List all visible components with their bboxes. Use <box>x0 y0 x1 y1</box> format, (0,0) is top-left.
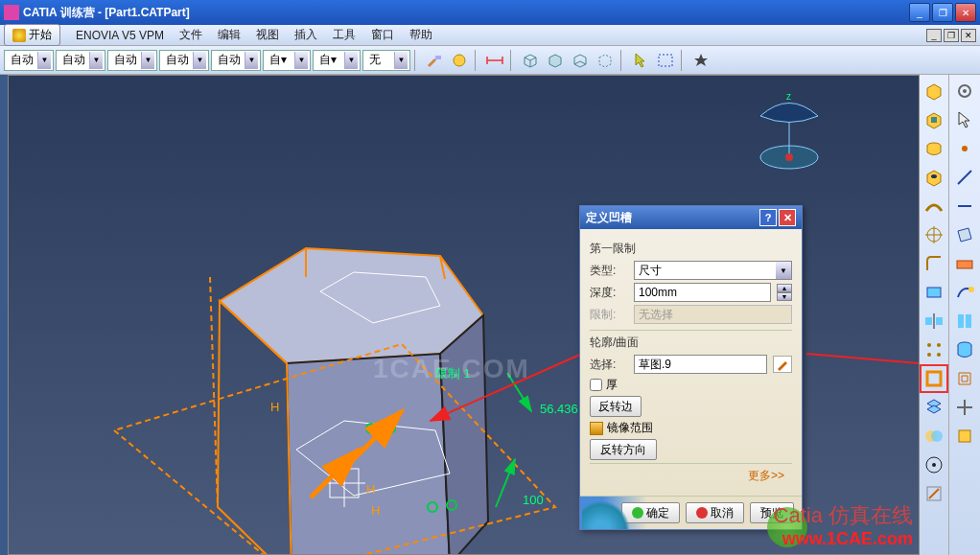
plane-icon[interactable] <box>952 222 977 247</box>
combo-6[interactable]: 自▾▼ <box>263 50 311 71</box>
brush-icon[interactable] <box>423 49 446 72</box>
doc-minimize[interactable]: _ <box>926 29 942 42</box>
rib-icon[interactable] <box>922 194 946 219</box>
minimize-button[interactable]: _ <box>909 3 930 22</box>
select-rect-icon[interactable] <box>654 49 677 72</box>
maximize-button[interactable]: ❐ <box>932 3 953 22</box>
point-icon[interactable] <box>952 136 977 161</box>
svg-line-43 <box>958 171 971 184</box>
svg-line-19 <box>431 354 582 421</box>
dimension-icon[interactable] <box>483 49 506 72</box>
line2-icon[interactable] <box>952 194 977 219</box>
dialog-help-button[interactable]: ? <box>759 209 777 226</box>
svg-point-33 <box>937 353 941 357</box>
pad-icon[interactable] <box>922 79 946 104</box>
stiffener-icon[interactable] <box>922 395 946 420</box>
shaft-icon[interactable] <box>922 136 946 161</box>
doc-close[interactable]: ✕ <box>961 29 976 42</box>
type-label: 类型: <box>590 263 628 279</box>
menu-tools[interactable]: 工具 <box>325 25 363 45</box>
center-icon[interactable] <box>922 452 946 477</box>
dialog-title: 定义凹槽 <box>586 210 632 226</box>
combo-5[interactable]: 自动▼ <box>211 50 261 71</box>
menu-file[interactable]: 文件 <box>172 25 210 45</box>
cube3-icon[interactable] <box>569 49 592 72</box>
svg-rect-20 <box>931 117 937 123</box>
dialog-titlebar[interactable]: 定义凹槽 ? ✕ <box>580 206 802 229</box>
svg-point-31 <box>937 343 941 347</box>
sketch-edit-icon[interactable] <box>773 356 792 373</box>
svg-rect-0 <box>435 56 441 59</box>
cube1-icon[interactable] <box>519 49 542 72</box>
start-button[interactable]: 开始 <box>4 24 60 46</box>
combo-1[interactable]: 自动▼ <box>4 50 54 71</box>
offset-icon[interactable] <box>952 366 977 391</box>
type-select[interactable]: 尺寸▼ <box>634 261 792 280</box>
svg-rect-34 <box>927 372 941 385</box>
titlebar: CATIA 训练营 - [Part1.CATPart] _ ❐ ✕ <box>0 0 980 25</box>
cursor-icon[interactable] <box>629 49 652 72</box>
cube2-icon[interactable] <box>544 49 567 72</box>
menu-edit[interactable]: 编辑 <box>210 25 248 45</box>
shell-icon[interactable] <box>922 280 946 305</box>
svg-rect-2 <box>659 55 672 66</box>
reverse-direction-button[interactable]: 反转方向 <box>590 439 657 460</box>
select-input[interactable]: 草图.9 <box>634 355 767 374</box>
menu-view[interactable]: 视图 <box>248 25 287 45</box>
doc-restore[interactable]: ❐ <box>944 29 959 42</box>
svg-point-1 <box>454 55 465 66</box>
cylinder-icon[interactable] <box>952 337 977 362</box>
define-pocket-dialog: 定义凹槽 ? ✕ 第一限制 类型: 尺寸▼ 深度: 100mm ▲▼ 限制: 无… <box>579 205 803 530</box>
cube4-icon[interactable] <box>594 49 617 72</box>
dialog-close-button[interactable]: ✕ <box>779 209 796 226</box>
svg-rect-47 <box>958 314 964 328</box>
combo-3[interactable]: 自动▼ <box>107 50 157 71</box>
tool-b-icon[interactable] <box>952 424 977 449</box>
hole-icon[interactable] <box>922 165 946 190</box>
sketch-icon[interactable] <box>922 481 946 506</box>
reverse-side-button[interactable]: 反转边 <box>590 396 642 417</box>
ok-button[interactable]: 确定 <box>621 502 680 523</box>
combo-2[interactable]: 自动▼ <box>56 50 105 71</box>
menu-window[interactable]: 窗口 <box>363 25 402 45</box>
combo-7[interactable]: 自▾▼ <box>313 50 361 71</box>
start-icon <box>12 29 26 42</box>
close-button[interactable]: ✕ <box>955 3 976 22</box>
svg-point-30 <box>927 343 931 347</box>
constraint-icon[interactable] <box>952 309 977 334</box>
depth-spinner[interactable]: ▲▼ <box>777 284 792 301</box>
cancel-button[interactable]: 取消 <box>686 502 744 523</box>
fillet-icon[interactable] <box>922 251 946 276</box>
combo-4[interactable]: 自动▼ <box>159 50 209 71</box>
mirror-indicator-icon <box>590 422 603 435</box>
align-icon[interactable] <box>922 222 946 247</box>
menu-help[interactable]: 帮助 <box>402 25 440 45</box>
menubar: 开始 ENOVIA V5 VPM 文件 编辑 视图 插入 工具 窗口 帮助 _ … <box>0 25 980 46</box>
pocket-highlighted-icon[interactable] <box>922 366 946 391</box>
svg-rect-50 <box>959 430 970 442</box>
svg-rect-45 <box>957 261 972 268</box>
pocket-icon[interactable] <box>922 107 946 132</box>
window-title: CATIA 训练营 - [Part1.CATPart] <box>23 5 909 21</box>
tool-a-icon[interactable] <box>952 395 977 420</box>
svg-point-42 <box>962 146 968 151</box>
combo-8[interactable]: 无▼ <box>362 50 410 71</box>
more-button[interactable]: 更多>> <box>590 463 792 488</box>
effects-icon[interactable] <box>689 49 712 72</box>
preview-button[interactable]: 预览 <box>750 502 794 523</box>
start-label: 开始 <box>29 27 52 43</box>
thick-checkbox[interactable] <box>590 379 602 391</box>
mirror-icon[interactable] <box>922 309 946 334</box>
workbench-icon[interactable] <box>952 251 977 276</box>
sketcher-icon[interactable] <box>952 280 977 305</box>
eyedropper-icon[interactable] <box>448 49 471 72</box>
menu-enovia[interactable]: ENOVIA V5 VPM <box>68 27 172 44</box>
arrow-select-icon[interactable] <box>952 107 977 132</box>
boolean-icon[interactable] <box>922 424 946 449</box>
gear-icon[interactable] <box>952 79 977 104</box>
line-icon[interactable] <box>952 165 977 190</box>
svg-rect-27 <box>925 317 932 325</box>
depth-input[interactable]: 100mm <box>634 283 771 302</box>
menu-insert[interactable]: 插入 <box>287 25 325 45</box>
pattern-icon[interactable] <box>922 337 946 362</box>
